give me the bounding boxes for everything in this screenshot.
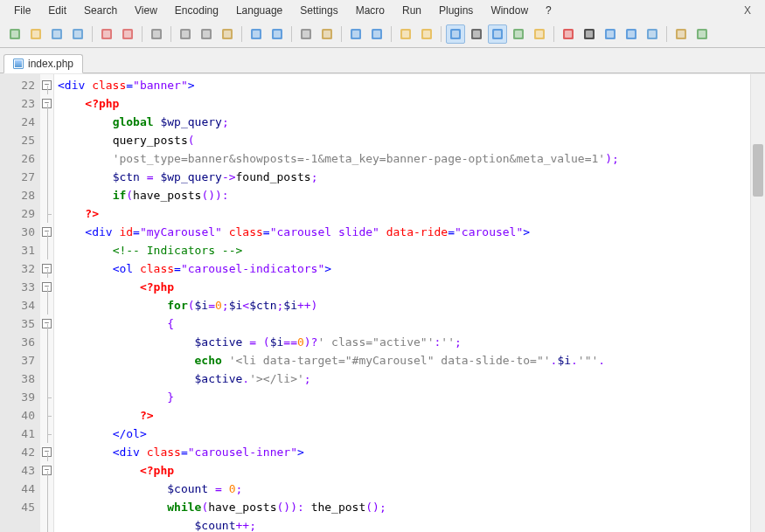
- code-line[interactable]: {: [58, 314, 765, 333]
- code-line[interactable]: while(have_posts()): the_post();: [58, 498, 765, 516]
- close-icon[interactable]: X: [735, 3, 760, 18]
- word-wrap-button[interactable]: [446, 24, 465, 44]
- menu-plugins[interactable]: Plugins: [430, 3, 482, 18]
- fold-marker[interactable]: [40, 131, 53, 149]
- fold-marker[interactable]: [40, 204, 53, 223]
- cut-button[interactable]: [176, 24, 195, 44]
- code-line[interactable]: <?php: [58, 278, 765, 296]
- code-line[interactable]: 'post_type=banner&showposts=-1&meta_key=…: [58, 149, 765, 168]
- replace-button[interactable]: [317, 24, 337, 44]
- code-line[interactable]: echo '<li data-target="#myCarousel" data…: [58, 351, 765, 370]
- code-line[interactable]: <div class="banner">: [58, 76, 765, 94]
- clipboard-history-button[interactable]: [671, 24, 691, 44]
- fold-marker[interactable]: [40, 516, 53, 532]
- zoom-out-button[interactable]: [367, 24, 386, 44]
- code-line[interactable]: query_posts(: [58, 131, 765, 149]
- code-line[interactable]: <div class="carousel-inner">: [58, 443, 765, 461]
- open-file-button[interactable]: [26, 24, 45, 44]
- fold-marker[interactable]: [40, 351, 53, 370]
- fold-marker[interactable]: −: [40, 278, 53, 296]
- code-line[interactable]: <div id="myCarousel" class="carousel sli…: [58, 223, 765, 241]
- stop-macro-button[interactable]: [580, 24, 599, 44]
- code-line[interactable]: ?>: [58, 204, 765, 223]
- fold-marker[interactable]: [40, 480, 53, 498]
- close-all-button[interactable]: [118, 24, 137, 44]
- fold-marker[interactable]: [40, 425, 53, 443]
- menu-window[interactable]: Window: [482, 3, 537, 18]
- sync-h-button[interactable]: [417, 24, 436, 44]
- fold-marker[interactable]: [40, 149, 53, 168]
- zoom-in-button[interactable]: [346, 24, 365, 44]
- menu-view[interactable]: View: [126, 3, 166, 18]
- scrollbar-thumb[interactable]: [753, 144, 763, 197]
- spell-check-button[interactable]: [692, 24, 712, 44]
- menu-language[interactable]: Language: [227, 3, 291, 18]
- fold-marker[interactable]: [40, 113, 53, 131]
- menu-macro[interactable]: Macro: [347, 3, 393, 18]
- fold-marker[interactable]: −: [40, 259, 53, 278]
- fold-marker[interactable]: −: [40, 443, 53, 461]
- code-line[interactable]: <?php: [58, 461, 765, 480]
- code-line[interactable]: ?>: [58, 406, 765, 425]
- menu-settings[interactable]: Settings: [291, 3, 346, 18]
- code-line[interactable]: if(have_posts()):: [58, 186, 765, 204]
- code-line[interactable]: for($i=0;$i<$ctn;$i++): [58, 296, 765, 314]
- doc-map-button[interactable]: [530, 24, 549, 44]
- toolbar-separator: [142, 26, 143, 42]
- save-macro-button[interactable]: [643, 24, 662, 44]
- code-area[interactable]: <div class="banner"> <?php global $wp_qu…: [54, 74, 765, 532]
- fold-marker[interactable]: [40, 241, 53, 259]
- print-button[interactable]: [147, 24, 166, 44]
- fold-marker[interactable]: [40, 498, 53, 516]
- code-line[interactable]: <ol class="carousel-indicators">: [58, 259, 765, 278]
- redo-button[interactable]: [268, 24, 287, 44]
- code-line[interactable]: <!-- Indicators -->: [58, 241, 765, 259]
- code-line[interactable]: $count = 0;: [58, 480, 765, 498]
- code-line[interactable]: $active = ($i==0)?' class="active"':'';: [58, 333, 765, 351]
- fold-gutter[interactable]: −−−−−−−−: [40, 74, 54, 532]
- fold-marker[interactable]: −: [40, 94, 53, 113]
- code-line[interactable]: global $wp_query;: [58, 113, 765, 131]
- play-macro-button[interactable]: [601, 24, 620, 44]
- menu-search[interactable]: Search: [75, 3, 126, 18]
- code-line[interactable]: </ol>: [58, 425, 765, 443]
- find-button[interactable]: [296, 24, 316, 44]
- fold-marker[interactable]: [40, 388, 53, 406]
- fold-marker[interactable]: [40, 370, 53, 388]
- menu-encoding[interactable]: Encoding: [166, 3, 227, 18]
- copy-button[interactable]: [197, 24, 216, 44]
- fold-marker[interactable]: −: [40, 461, 53, 480]
- code-line[interactable]: }: [58, 388, 765, 406]
- vertical-scrollbar[interactable]: [750, 74, 765, 532]
- lang-button[interactable]: [509, 24, 528, 44]
- save-all-button[interactable]: [68, 24, 87, 44]
- menu-edit[interactable]: Edit: [39, 3, 75, 18]
- menu-run[interactable]: Run: [393, 3, 430, 18]
- indent-guide-button[interactable]: [488, 24, 507, 44]
- fold-marker[interactable]: [40, 406, 53, 425]
- code-line[interactable]: $count++;: [58, 516, 765, 532]
- close-file-button[interactable]: [97, 24, 116, 44]
- fold-marker[interactable]: [40, 296, 53, 314]
- code-line[interactable]: $ctn = $wp_query->found_posts;: [58, 168, 765, 186]
- undo-button[interactable]: [247, 24, 266, 44]
- code-line[interactable]: $active.'></li>';: [58, 370, 765, 388]
- fold-marker[interactable]: [40, 186, 53, 204]
- fold-marker[interactable]: −: [40, 314, 53, 333]
- save-file-button[interactable]: [47, 24, 66, 44]
- code-line[interactable]: <?php: [58, 94, 765, 113]
- code-editor[interactable]: 2223242526272829303132333435363738394041…: [0, 73, 765, 532]
- fold-marker[interactable]: −: [40, 223, 53, 241]
- play-multi-button[interactable]: [622, 24, 641, 44]
- sync-v-button[interactable]: [396, 24, 415, 44]
- fold-marker[interactable]: [40, 168, 53, 186]
- record-macro-button[interactable]: [559, 24, 578, 44]
- fold-marker[interactable]: −: [40, 76, 53, 94]
- paste-button[interactable]: [218, 24, 237, 44]
- menu-?[interactable]: ?: [537, 3, 560, 18]
- new-file-button[interactable]: [5, 24, 24, 44]
- fold-marker[interactable]: [40, 333, 53, 351]
- menu-file[interactable]: File: [5, 3, 39, 18]
- file-tab[interactable]: index.php: [3, 54, 83, 73]
- all-chars-button[interactable]: [467, 24, 486, 44]
